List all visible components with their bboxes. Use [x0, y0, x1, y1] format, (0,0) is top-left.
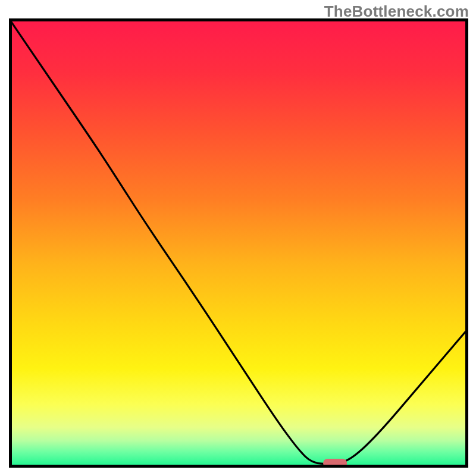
chart-frame: TheBottleneck.com	[0, 0, 476, 476]
plot-border	[9, 18, 468, 468]
